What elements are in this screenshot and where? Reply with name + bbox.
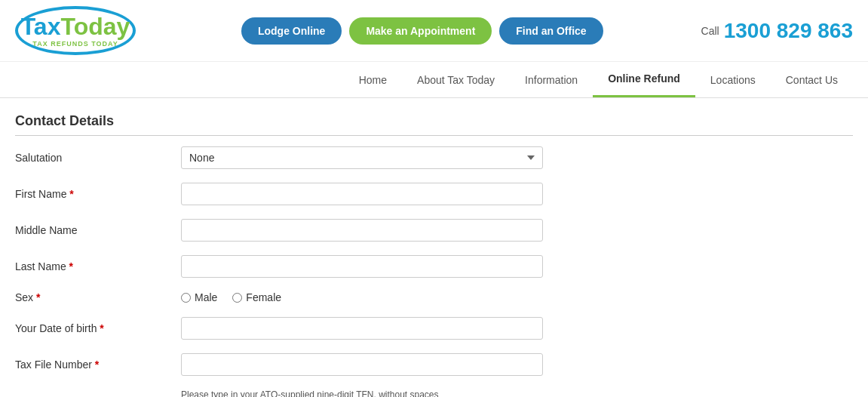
salutation-row: Salutation None Mr Mrs Ms Miss Dr — [15, 146, 853, 169]
tfn-label: Tax File Number * — [15, 359, 181, 371]
nav-online-refund[interactable]: Online Refund — [593, 62, 695, 97]
logo-today: Today — [60, 14, 130, 38]
top-buttons: Lodge Online Make an Appointment Find an… — [158, 17, 686, 45]
lodge-online-button[interactable]: Lodge Online — [241, 17, 342, 45]
last-name-input[interactable] — [181, 255, 543, 278]
tfn-required: * — [95, 359, 99, 371]
middle-name-label: Middle Name — [15, 224, 181, 236]
top-bar: Tax Today TAX REFUNDS TODAY Lodge Online… — [0, 0, 868, 62]
sex-female-radio[interactable] — [232, 293, 242, 303]
nav-bar: Home About Tax Today Information Online … — [0, 62, 868, 98]
middle-name-row: Middle Name — [15, 219, 853, 242]
call-label: Call — [701, 25, 719, 37]
sex-label: Sex * — [15, 291, 181, 303]
logo-tax: Tax — [21, 14, 61, 38]
nav-home[interactable]: Home — [344, 63, 402, 97]
sex-female-label[interactable]: Female — [232, 291, 281, 303]
middle-name-input[interactable] — [181, 219, 543, 242]
salutation-label: Salutation — [15, 152, 181, 164]
dob-label: Your Date of birth * — [15, 322, 181, 334]
first-name-label: First Name * — [15, 188, 181, 200]
dob-required: * — [100, 322, 103, 334]
logo-sub: TAX REFUNDS TODAY — [32, 40, 118, 48]
nav-about[interactable]: About Tax Today — [402, 63, 510, 97]
dob-row: Your Date of birth * — [15, 317, 853, 340]
sex-male-text: Male — [195, 291, 217, 303]
nav-locations[interactable]: Locations — [695, 63, 771, 97]
last-name-label: Last Name * — [15, 260, 181, 272]
make-appointment-button[interactable]: Make an Appointment — [349, 17, 492, 45]
sex-male-radio[interactable] — [181, 293, 191, 303]
dob-input[interactable] — [181, 317, 543, 340]
last-name-row: Last Name * — [15, 255, 853, 278]
first-name-row: First Name * — [15, 183, 853, 205]
find-office-button[interactable]: Find an Office — [499, 17, 603, 45]
sex-required: * — [36, 291, 40, 303]
tfn-input[interactable] — [181, 353, 543, 376]
tfn-row: Tax File Number * — [15, 353, 853, 376]
sex-male-label[interactable]: Male — [181, 291, 217, 303]
sex-female-text: Female — [246, 291, 281, 303]
logo: Tax Today TAX REFUNDS TODAY — [15, 6, 136, 55]
main-content: Contact Details Salutation None Mr Mrs M… — [0, 98, 868, 397]
first-name-required: * — [69, 188, 73, 200]
last-name-required: * — [69, 260, 73, 272]
nav-information[interactable]: Information — [510, 63, 593, 97]
nav-contact-us[interactable]: Contact Us — [771, 63, 853, 97]
section-title: Contact Details — [15, 113, 853, 136]
call-number: 1300 829 863 — [724, 19, 853, 43]
call-area: Call 1300 829 863 — [701, 19, 853, 43]
sex-row: Sex * Male Female — [15, 291, 853, 303]
sex-radio-group: Male Female — [181, 291, 281, 303]
salutation-select[interactable]: None Mr Mrs Ms Miss Dr — [181, 146, 543, 169]
tfn-hint: Please type in your ATO-supplied nine-di… — [181, 389, 853, 397]
first-name-input[interactable] — [181, 183, 543, 205]
